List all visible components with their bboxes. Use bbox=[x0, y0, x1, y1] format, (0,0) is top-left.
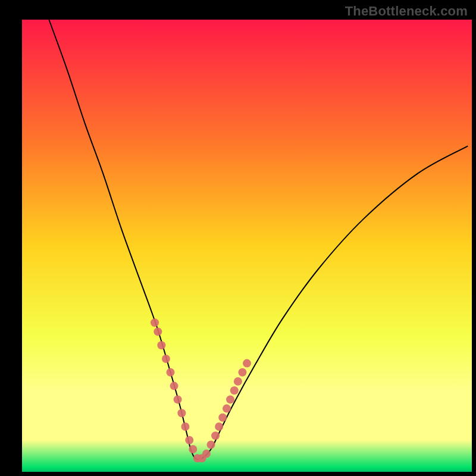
bottleneck-plot bbox=[0, 0, 476, 476]
pink-marker-dot bbox=[154, 327, 162, 336]
pink-marker-dot bbox=[162, 355, 170, 363]
pink-marker-dot bbox=[185, 436, 193, 444]
chart-stage: TheBottleneck.com bbox=[0, 0, 476, 476]
pink-marker-dot bbox=[174, 395, 182, 403]
pink-marker-dot bbox=[207, 440, 215, 449]
pink-marker-dot bbox=[177, 409, 186, 417]
pink-marker-dot bbox=[157, 341, 165, 349]
pink-marker-dot bbox=[181, 422, 189, 431]
pink-marker-dot bbox=[170, 382, 178, 390]
pink-marker-dot bbox=[166, 368, 174, 377]
pink-marker-dot bbox=[151, 318, 159, 327]
pink-marker-dot bbox=[218, 414, 227, 422]
pink-marker-dot bbox=[234, 377, 242, 386]
pink-marker-dot bbox=[226, 395, 234, 403]
gradient-background bbox=[22, 20, 472, 472]
pink-marker-dot bbox=[238, 368, 246, 377]
pink-marker-dot bbox=[243, 359, 251, 368]
pink-marker-dot bbox=[202, 450, 211, 458]
pink-marker-dot bbox=[215, 422, 223, 431]
pink-marker-dot bbox=[211, 431, 220, 440]
pink-marker-dot bbox=[189, 445, 197, 453]
pink-marker-dot bbox=[230, 386, 239, 394]
pink-marker-dot bbox=[223, 405, 231, 413]
